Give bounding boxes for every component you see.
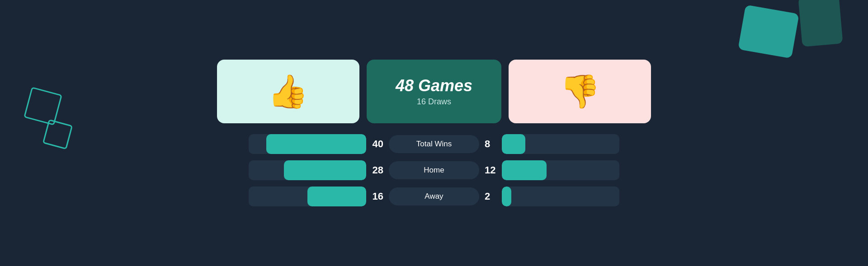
bar-fill-right bbox=[502, 160, 547, 180]
bar-fill-right bbox=[502, 187, 511, 206]
bar-fill-right bbox=[502, 134, 525, 154]
stat-label-center: Total Wins bbox=[389, 135, 479, 153]
stat-label-center: Away bbox=[389, 187, 479, 205]
bar-left bbox=[249, 187, 366, 206]
bar-right bbox=[502, 160, 619, 180]
games-center-card: 48 Games 16 Draws bbox=[367, 60, 502, 123]
deco-shape-4 bbox=[42, 119, 73, 149]
deco-shape-3 bbox=[24, 87, 62, 126]
stat-label-center: Home bbox=[389, 161, 479, 179]
bar-left bbox=[249, 160, 366, 180]
bar-right bbox=[502, 187, 619, 206]
stat-label-box: Total Wins bbox=[389, 135, 479, 153]
thumbs-down-icon: 👎 bbox=[560, 72, 600, 111]
bar-left bbox=[249, 134, 366, 154]
stat-row: 28 Home 12 bbox=[217, 160, 651, 180]
bar-fill-left bbox=[284, 160, 366, 180]
bar-left-container: 40 bbox=[217, 134, 383, 154]
thumbs-down-card: 👎 bbox=[509, 60, 651, 123]
bar-right-container: 12 bbox=[485, 160, 651, 180]
stat-label-box: Away bbox=[389, 187, 479, 205]
bar-right-container: 8 bbox=[485, 134, 651, 154]
top-row: 👍 48 Games 16 Draws 👎 bbox=[217, 60, 651, 123]
bar-left-container: 16 bbox=[217, 187, 383, 206]
stat-number-left: 40 bbox=[371, 138, 383, 150]
bar-right-container: 2 bbox=[485, 187, 651, 206]
page-wrapper: 👍 48 Games 16 Draws 👎 40 Total Wins bbox=[0, 0, 868, 266]
stat-row: 40 Total Wins 8 bbox=[217, 134, 651, 154]
thumbs-up-card: 👍 bbox=[217, 60, 359, 123]
stats-container: 40 Total Wins 8 28 Home 12 bbox=[217, 134, 651, 206]
deco-shape-2 bbox=[798, 0, 843, 47]
stat-number-right: 8 bbox=[485, 138, 497, 150]
stat-number-right: 12 bbox=[485, 164, 497, 176]
games-number: 48 Games bbox=[396, 76, 472, 95]
bar-left-container: 28 bbox=[217, 160, 383, 180]
stat-number-left: 16 bbox=[371, 191, 383, 202]
stat-number-left: 28 bbox=[371, 164, 383, 176]
deco-shape-1 bbox=[738, 5, 799, 58]
bar-fill-left bbox=[307, 187, 366, 206]
main-container: 👍 48 Games 16 Draws 👎 40 Total Wins bbox=[217, 60, 651, 206]
stat-label-box: Home bbox=[389, 161, 479, 179]
stat-row: 16 Away 2 bbox=[217, 187, 651, 206]
stat-number-right: 2 bbox=[485, 191, 497, 202]
bar-right bbox=[502, 134, 619, 154]
thumbs-up-icon: 👍 bbox=[268, 72, 308, 111]
draws-text: 16 Draws bbox=[417, 97, 451, 107]
bar-fill-left bbox=[266, 134, 366, 154]
